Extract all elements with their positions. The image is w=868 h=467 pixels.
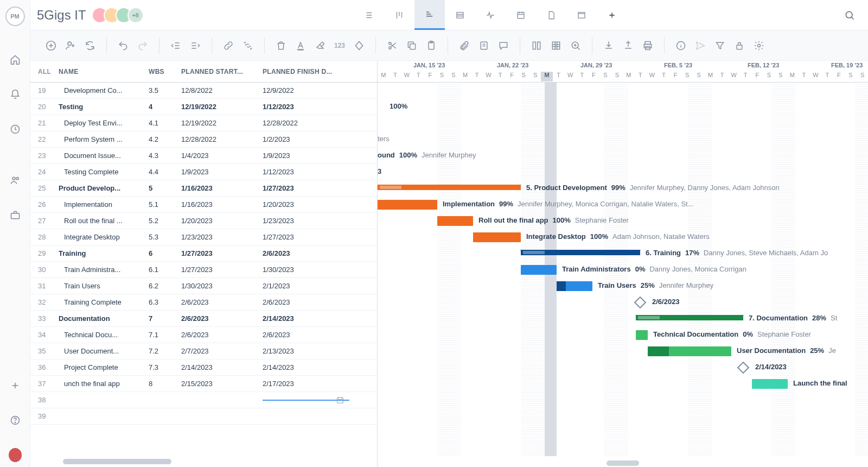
app-logo[interactable]: PM [5,7,25,26]
grid-row[interactable]: 20Testing412/19/20221/12/2023 [30,99,377,115]
briefcase-icon[interactable] [9,209,22,222]
wbs-cell[interactable]: 6.1 [149,266,181,274]
filter-icon[interactable] [710,36,730,55]
task-name-cell[interactable]: Documentation [56,314,149,323]
grid-row[interactable]: 33Documentation72/6/20232/14/2023 [30,311,377,327]
tab-gantt-icon[interactable] [414,0,445,30]
paste-icon[interactable] [422,36,441,55]
grid-row[interactable]: 28Integrate Desktop5.31/23/20231/27/2023 [30,229,377,245]
task-bar[interactable] [521,265,557,275]
people-icon[interactable] [9,174,22,187]
finish-cell[interactable]: 1/27/2023 [263,184,349,192]
finish-cell[interactable]: 1/30/2023 [263,266,349,274]
task-name-cell[interactable]: Train Users [56,282,149,290]
grid-row[interactable]: 38 [30,392,377,408]
wbs-cell[interactable]: 7.2 [149,347,181,355]
bell-icon[interactable] [9,88,22,101]
grid-row[interactable]: 30Train Administra...6.11/27/20231/30/20… [30,262,377,278]
finish-cell[interactable]: 1/9/2023 [263,152,349,160]
finish-cell[interactable]: 2/14/2023 [263,314,349,323]
text-color-icon[interactable] [291,36,310,55]
clock-icon[interactable] [9,123,22,136]
wbs-number-icon[interactable]: 123 [330,36,349,55]
unlink-icon[interactable] [238,36,258,55]
project-members[interactable]: +8 [96,7,144,23]
grid-row[interactable]: 25Product Develop...51/16/20231/27/2023 [30,180,377,197]
col-finish[interactable]: PLANNED FINISH D... [263,68,349,75]
task-name-cell[interactable]: Integrate Desktop [56,233,149,241]
task-bar[interactable] [378,200,437,210]
start-cell[interactable]: 2/14/2023 [181,363,263,371]
tab-add-icon[interactable] [597,0,627,30]
attach-icon[interactable] [455,36,474,55]
start-cell[interactable]: 1/27/2023 [181,249,263,257]
task-name-cell[interactable]: Implementation [56,200,149,209]
task-name-cell[interactable]: User Document... [56,347,149,355]
task-name-cell[interactable]: Roll out the final ... [56,217,149,225]
help-icon[interactable] [9,414,22,427]
outdent-icon[interactable] [166,36,186,55]
wbs-cell[interactable]: 5 [149,184,181,192]
start-cell[interactable]: 2/15/2023 [181,380,263,388]
avatar-more[interactable]: +8 [127,7,144,23]
finish-cell[interactable]: 2/6/2023 [263,249,349,257]
summary-bar[interactable] [378,185,521,190]
finish-cell[interactable] [263,400,349,401]
undo-icon[interactable] [113,36,133,55]
search-icon[interactable] [838,10,861,21]
redo-icon[interactable] [133,36,152,55]
task-bar[interactable] [557,281,592,291]
tab-file-icon[interactable] [536,0,566,30]
finish-cell[interactable]: 12/28/2022 [263,119,349,127]
note-icon[interactable] [474,36,494,55]
finish-cell[interactable]: 2/14/2023 [263,363,349,371]
tab-sheet-icon[interactable] [445,0,475,30]
task-name-cell[interactable]: unch the final app [56,380,149,388]
comment-icon[interactable] [494,36,513,55]
wbs-cell[interactable]: 5.3 [149,233,181,241]
import-icon[interactable] [599,36,618,55]
grid-row[interactable]: 29Training61/27/20232/6/2023 [30,245,377,262]
finish-cell[interactable]: 1/27/2023 [263,233,349,241]
start-cell[interactable]: 2/6/2023 [181,314,263,323]
cut-icon[interactable] [382,36,402,55]
task-bar[interactable] [648,346,731,356]
start-cell[interactable]: 1/16/2023 [181,184,263,192]
col-wbs[interactable]: WBS [149,68,181,75]
add-task-icon[interactable] [41,36,61,55]
user-avatar[interactable] [9,449,22,462]
columns-icon[interactable] [527,36,546,55]
task-name-cell[interactable]: Testing [56,103,149,111]
milestone-diamond[interactable] [634,296,647,309]
grid-icon[interactable] [546,36,566,55]
wbs-cell[interactable]: 8 [149,380,181,388]
finish-cell[interactable]: 2/1/2023 [263,282,349,290]
start-cell[interactable]: 1/9/2023 [181,168,263,176]
link-icon[interactable] [219,36,238,55]
gantt-chart[interactable]: JAN, 15 '23JAN, 22 '23JAN, 29 '23FEB, 5 … [378,61,868,467]
assign-icon[interactable] [61,36,80,55]
grid-row[interactable]: 31Train Users6.21/30/20232/1/2023 [30,278,377,294]
export-icon[interactable] [618,36,638,55]
task-name-cell[interactable]: Deploy Test Envi... [56,119,149,127]
finish-cell[interactable]: 1/12/2023 [263,168,349,176]
grid-row[interactable]: 24Testing Complete4.41/9/20231/12/2023 [30,164,377,180]
start-cell[interactable]: 1/23/2023 [181,233,263,241]
summary-bar[interactable] [521,250,640,255]
task-bar[interactable] [437,216,473,226]
grid-row[interactable]: 26Implementation5.11/16/20231/20/2023 [30,197,377,213]
start-cell[interactable]: 12/19/2022 [181,103,263,111]
finish-cell[interactable]: 2/6/2023 [263,331,349,339]
task-name-cell[interactable]: Product Develop... [56,184,149,192]
finish-cell[interactable]: 2/17/2023 [263,380,349,388]
finish-cell[interactable]: 2/6/2023 [263,298,349,306]
tab-board-icon[interactable] [384,0,414,30]
task-name-cell[interactable]: Train Administra... [56,266,149,274]
info-icon[interactable] [671,36,691,55]
wbs-cell[interactable]: 7.1 [149,331,181,339]
wbs-cell[interactable]: 7 [149,314,181,323]
start-cell[interactable]: 2/6/2023 [181,331,263,339]
home-icon[interactable] [9,53,22,66]
task-bar[interactable] [473,232,521,242]
wbs-cell[interactable]: 6.2 [149,282,181,290]
